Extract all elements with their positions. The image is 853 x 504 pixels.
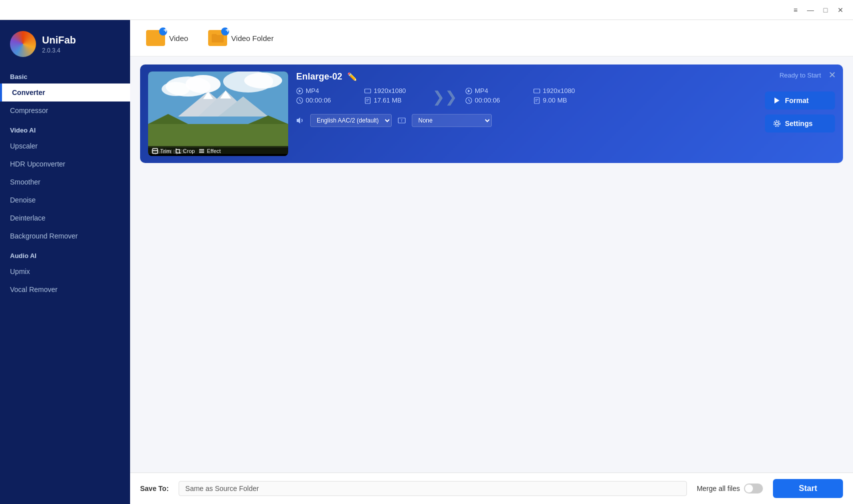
add-folder-icon: + [208,30,227,46]
effect-label: Effect [207,148,221,154]
menu-button[interactable]: ≡ [788,2,803,18]
svg-rect-21 [365,89,371,93]
source-resolution-cell: 1920x1080 [364,87,424,94]
app-logo-icon [10,31,36,57]
output-meta-row-1: MP4 1920x1080 [465,87,593,94]
sidebar-item-background-remover[interactable]: Background Remover [0,227,130,245]
svg-rect-14 [153,148,158,154]
effect-icon [199,148,205,154]
titlebar: ≡ — □ ✕ [0,0,853,20]
sidebar-item-smoother[interactable]: Smoother [0,173,130,191]
source-size-cell: 17.61 MB [364,96,424,104]
sidebar-item-upscaler[interactable]: Upscaler [0,137,130,155]
format-button[interactable]: Format [765,92,835,110]
size-icon-2 [533,97,540,104]
svg-point-5 [244,72,282,88]
source-duration: 00:00:06 [306,96,331,104]
upscaler-label: Upscaler [10,142,38,150]
compressor-label: Compressor [10,106,48,114]
svg-line-24 [300,100,301,102]
resolution-icon [364,88,371,94]
minimize-button[interactable]: — [803,2,818,18]
effect-button[interactable]: Effect [199,148,221,154]
play-icon [296,88,303,94]
app-name: UniFab [42,34,76,46]
svg-line-33 [469,100,470,102]
add-video-icon: + [146,30,165,46]
card-close-button[interactable]: ✕ [828,70,836,80]
sidebar-item-compressor[interactable]: Compressor [0,102,130,120]
sidebar-section-audio-ai: Audio AI [0,245,130,262]
svg-point-2 [186,75,221,93]
source-format: MP4 [306,87,319,94]
sidebar-item-deinterlace[interactable]: Deinterlace [0,209,130,227]
output-size: 9.00 MB [543,96,567,104]
crop-icon [175,148,181,154]
merge-toggle[interactable] [744,484,763,494]
svg-rect-34 [534,98,539,104]
logo-text: UniFab 2.0.3.4 [42,34,76,54]
close-button[interactable]: ✕ [833,2,848,18]
maximize-button[interactable]: □ [818,2,833,18]
sidebar-item-upmix[interactable]: Upmix [0,262,130,280]
output-duration-cell: 00:00:06 [465,96,525,104]
output-resolution-cell: 1920x1080 [533,87,593,94]
settings-label: Settings [785,120,812,128]
ready-label: Ready to Start [779,72,821,79]
sidebar-item-vocal-remover[interactable]: Vocal Remover [0,280,130,298]
hdr-upconverter-label: HDR Upconverter [10,160,65,168]
source-format-cell: MP4 [296,87,356,94]
crop-button[interactable]: Crop [175,148,195,154]
svg-marker-39 [774,98,779,104]
converter-label: Converter [12,88,45,96]
subtitle-select[interactable]: None [412,114,492,127]
upmix-label: Upmix [10,268,30,276]
folder-icon [149,33,162,43]
svg-point-40 [775,122,778,125]
vocal-remover-label: Vocal Remover [10,286,58,294]
subtitle-icon: T [398,116,406,124]
logo-area: UniFab 2.0.3.4 [0,20,130,66]
svg-rect-30 [534,89,540,93]
crop-label: Crop [183,148,195,154]
output-meta-row-2: 00:00:06 9.00 MB [465,96,593,104]
thumbnail-image [148,72,288,154]
svg-marker-29 [468,90,470,92]
file-list-area: Upscaled by 2X Trim Crop [130,56,853,472]
svg-point-3 [162,82,190,96]
main-content: + Video + Video Folder [130,20,853,504]
trim-button[interactable]: Trim [152,148,171,154]
save-path[interactable]: Same as Source Folder [179,481,686,496]
app-body: UniFab 2.0.3.4 Basic Converter Compresso… [0,20,853,504]
output-duration: 00:00:06 [475,96,500,104]
trim-label: Trim [160,148,171,154]
action-buttons: Format Settings [765,72,835,156]
size-icon [364,97,371,104]
duration-icon [296,97,303,104]
audio-icon [296,116,304,124]
sidebar-item-denoise[interactable]: Denoise [0,191,130,209]
output-format-cell: MP4 [465,87,525,94]
source-meta: MP4 1920x1080 00:00:06 [296,87,424,106]
svg-rect-25 [365,98,370,104]
add-folder-button[interactable]: + Video Folder [202,27,280,49]
svg-marker-20 [299,90,301,92]
settings-icon [773,120,781,128]
add-video-button[interactable]: + Video [140,27,194,49]
output-resolution: 1920x1080 [543,87,575,94]
smoother-label: Smoother [10,178,41,186]
sidebar-item-converter[interactable]: Converter [0,84,130,102]
toolbar: + Video + Video Folder [130,20,853,56]
format-icon [773,96,781,104]
add-video-label: Video [169,34,188,42]
sidebar-item-hdr-upconverter[interactable]: HDR Upconverter [0,155,130,173]
settings-button[interactable]: Settings [765,114,835,132]
audio-select[interactable]: English AAC/2 (default) [310,114,392,127]
source-resolution: 1920x1080 [374,87,406,94]
trim-icon [152,148,158,154]
edit-icon[interactable]: ✏️ [347,72,357,82]
play-icon-2 [465,88,472,94]
start-button[interactable]: Start [773,479,843,498]
background-remover-label: Background Remover [10,232,78,240]
svg-point-41 [774,120,780,126]
